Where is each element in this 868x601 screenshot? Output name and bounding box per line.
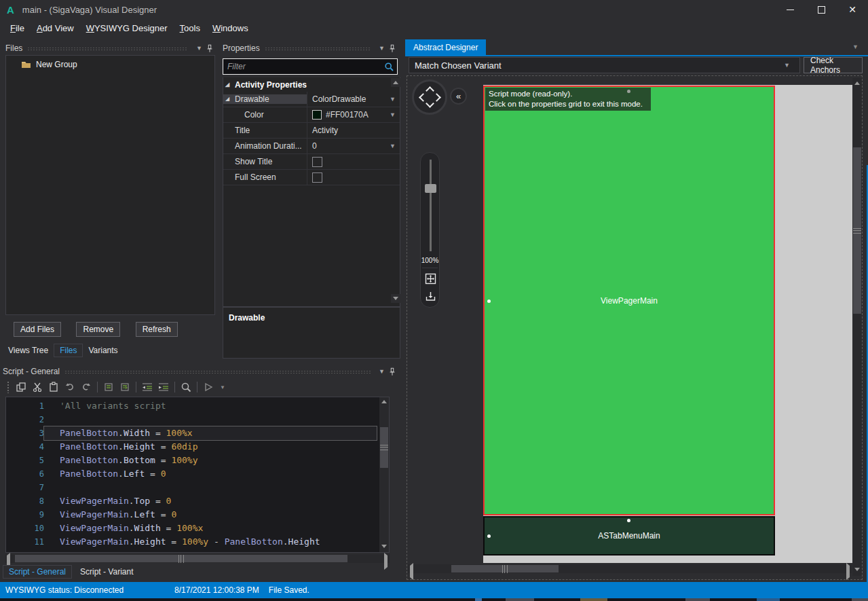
- comment-button[interactable]: [101, 380, 116, 395]
- tab-files[interactable]: Files: [54, 344, 83, 357]
- code-line[interactable]: 11ViewPagerMain.Height = 100%y - PanelBo…: [6, 535, 389, 549]
- designer-hscrollbar[interactable]: [408, 564, 852, 573]
- property-label[interactable]: Drawable: [223, 94, 307, 104]
- code-editor[interactable]: 1'All variants script23PanelBotton.Width…: [5, 397, 390, 553]
- slider-track[interactable]: [430, 160, 432, 251]
- add-files-button[interactable]: Add Files: [14, 322, 61, 337]
- property-category[interactable]: ◢ Activity Properties: [223, 77, 400, 92]
- code-line[interactable]: 10ViewPagerMain.Width = 100%x: [6, 522, 389, 535]
- property-label[interactable]: Full Screen: [223, 172, 307, 182]
- pin-icon[interactable]: [388, 44, 396, 53]
- chevron-down-icon[interactable]: ▼: [390, 143, 396, 149]
- property-row-title[interactable]: Title Activity: [223, 123, 400, 139]
- menu-file[interactable]: File: [4, 21, 31, 35]
- files-tree[interactable]: New Group: [5, 55, 215, 315]
- pin-icon[interactable]: [206, 44, 214, 53]
- menu-windows[interactable]: Windows: [206, 21, 254, 35]
- scroll-left-button[interactable]: [410, 566, 413, 578]
- full-screen-checkbox[interactable]: [312, 172, 322, 183]
- panel-menu-icon[interactable]: ▼: [375, 368, 388, 375]
- code-line[interactable]: 12: [6, 549, 389, 553]
- close-button[interactable]: ✕: [837, 0, 868, 19]
- scrollbar-thumb[interactable]: [15, 555, 347, 562]
- property-label[interactable]: Color: [223, 110, 307, 120]
- scrollbar-thumb[interactable]: [451, 565, 559, 572]
- code-line[interactable]: 5PanelBotton.Bottom = 100%y: [6, 454, 389, 467]
- variant-selector[interactable]: Match Chosen Variant ▼: [409, 57, 800, 73]
- property-row-drawable[interactable]: ◢ Drawable ColorDrawable▼: [223, 92, 400, 107]
- editor-hscrollbar[interactable]: [5, 554, 390, 563]
- filter-input[interactable]: [223, 62, 381, 71]
- tree-item-new-group[interactable]: New Group: [6, 56, 214, 69]
- anchor-dot-top[interactable]: [627, 519, 630, 522]
- minimize-button[interactable]: [774, 0, 806, 19]
- code-line[interactable]: 6PanelBotton.Left = 0: [6, 467, 389, 481]
- property-value[interactable]: 0▼: [307, 139, 400, 153]
- property-label[interactable]: Show Title: [223, 157, 307, 166]
- code-line[interactable]: 1'All variants script: [6, 399, 389, 413]
- nav-pad[interactable]: [412, 79, 447, 115]
- scroll-right-button[interactable]: [846, 566, 850, 578]
- scroll-right-button[interactable]: [384, 556, 388, 568]
- scrollbar-thumb[interactable]: [853, 147, 861, 314]
- menu-wysiwyg-designer[interactable]: WYSIWYG Designer: [80, 21, 174, 35]
- run-button[interactable]: [201, 380, 216, 395]
- nav-left-icon[interactable]: [419, 93, 428, 102]
- property-label[interactable]: Title: [223, 126, 307, 135]
- anchor-dot-left[interactable]: [487, 534, 491, 538]
- code-line[interactable]: 8ViewPagerMain.Top = 0: [6, 494, 389, 508]
- property-value[interactable]: ColorDrawable▼: [307, 92, 400, 107]
- panel-menu-icon[interactable]: ▼: [375, 45, 388, 52]
- find-button[interactable]: [178, 380, 193, 395]
- anchor-dot-left[interactable]: [487, 299, 491, 303]
- menu-tools[interactable]: Tools: [174, 21, 206, 35]
- fit-to-screen-button[interactable]: [423, 271, 438, 286]
- tab-script-variant[interactable]: Script - Variant: [75, 566, 138, 578]
- expander-icon[interactable]: ◢: [225, 96, 229, 102]
- search-button[interactable]: [381, 60, 397, 73]
- code-line[interactable]: 7: [6, 481, 389, 494]
- tab-script-general[interactable]: Script - General: [3, 565, 72, 579]
- maximize-button[interactable]: [806, 0, 837, 19]
- expander-icon[interactable]: ◢: [225, 81, 229, 88]
- tabstrip-overflow-icon[interactable]: ▼: [852, 43, 858, 50]
- code-line[interactable]: 4PanelBotton.Height = 60dip: [6, 440, 389, 454]
- chevron-down-icon[interactable]: ▼: [390, 111, 396, 118]
- scrollbar-thumb[interactable]: [380, 427, 388, 468]
- view-viewpagermain[interactable]: ViewPagerMain Script mode (read-only). C…: [483, 86, 775, 515]
- copy-button[interactable]: [14, 380, 29, 395]
- show-title-checkbox[interactable]: [312, 157, 322, 167]
- paste-button[interactable]: [46, 380, 61, 395]
- indent-button[interactable]: [156, 380, 171, 395]
- scroll-down-button[interactable]: [852, 565, 862, 574]
- anchor-dot-top[interactable]: [627, 90, 630, 93]
- scroll-up-button[interactable]: [852, 79, 862, 88]
- tab-variants[interactable]: Variants: [83, 344, 123, 357]
- color-swatch[interactable]: [312, 110, 322, 120]
- nav-right-icon[interactable]: [432, 93, 441, 102]
- designer-canvas-area[interactable]: « 100% ViewPagerMain Script mode (read-o…: [407, 75, 863, 580]
- scroll-down-button[interactable]: [391, 294, 400, 303]
- scroll-down-button[interactable]: [379, 542, 389, 551]
- outdent-button[interactable]: [140, 380, 155, 395]
- pin-icon[interactable]: [388, 367, 396, 376]
- zoom-slider[interactable]: 100%: [420, 152, 440, 308]
- export-image-button[interactable]: [423, 289, 438, 304]
- remove-button[interactable]: Remove: [76, 322, 120, 337]
- slider-thumb[interactable]: [425, 184, 436, 193]
- editor-vscrollbar[interactable]: [379, 397, 389, 552]
- panel-menu-icon[interactable]: ▼: [193, 45, 206, 52]
- menu-add-view[interactable]: Add View: [31, 21, 80, 35]
- check-anchors-button[interactable]: Check Anchors: [804, 57, 863, 73]
- property-value[interactable]: #FF00170A▼: [307, 107, 400, 122]
- scroll-up-button[interactable]: [379, 397, 389, 406]
- code-line[interactable]: 3PanelBotton.Width = 100%x: [6, 426, 389, 440]
- view-astabmenumain[interactable]: ASTabMenuMain: [483, 516, 775, 556]
- refresh-button[interactable]: Refresh: [136, 322, 178, 337]
- code-line[interactable]: 2: [6, 413, 389, 426]
- property-row-animation-duration[interactable]: Animation Durati... 0▼: [223, 139, 400, 154]
- property-label[interactable]: Animation Durati...: [223, 141, 307, 151]
- nav-up-icon[interactable]: [426, 86, 434, 95]
- scroll-up-button[interactable]: [391, 78, 400, 87]
- tab-views-tree[interactable]: Views Tree: [3, 344, 54, 357]
